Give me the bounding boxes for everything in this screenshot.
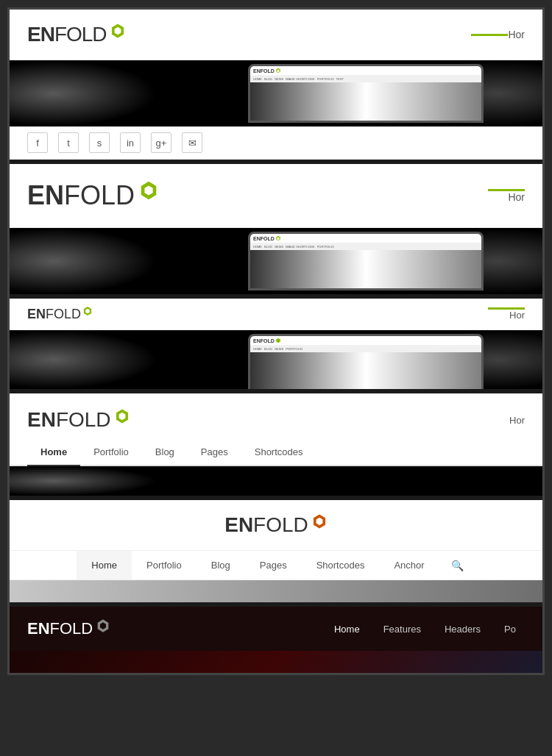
dark-hero-area [10, 651, 542, 673]
nav-portfolio[interactable]: Portfolio [132, 551, 197, 580]
social-googleplus[interactable]: g+ [151, 132, 171, 153]
social-email[interactable]: ✉ [182, 132, 202, 153]
full-navigation: Home Portfolio Blog Pages Shortcodes Anc… [10, 550, 542, 580]
hero-blur-left-2 [10, 228, 157, 294]
dark-navigation: Home Features Headers Po [325, 619, 525, 639]
logo-3: EN FOLD [27, 306, 93, 322]
logo-5: EN FOLD [224, 513, 328, 537]
logo-hex-icon-3 [82, 306, 93, 316]
section6-header: EN FOLD Home Features Headers Po [10, 607, 542, 651]
section5-header: EN FOLD [10, 500, 542, 550]
dark-nav-po[interactable]: Po [495, 619, 525, 639]
nav-home[interactable]: Home [77, 551, 132, 580]
hero-area-3: EN FOLD HOME BLOG NEWS PORTFOLIO [10, 330, 542, 389]
section3-header: EN FOLD Hor [10, 299, 542, 330]
nav-hint-1: Hor [508, 29, 525, 40]
tab-shortcodes[interactable]: Shortcodes [241, 439, 316, 466]
nav-pages[interactable]: Pages [245, 551, 302, 580]
logo-en-5: EN [224, 513, 253, 537]
tab-blog[interactable]: Blog [142, 439, 188, 466]
nav-blog[interactable]: Blog [197, 551, 245, 580]
nav-shortcodes[interactable]: Shortcodes [302, 551, 380, 580]
laptop-mockup-1: EN FOLD HOME BLOG NEWS IMAGE SHORTCODE P… [248, 64, 484, 123]
logo-hex-icon-1 [110, 23, 126, 39]
hero-blur-left-1 [10, 60, 157, 126]
nav-search-icon[interactable]: 🔍 [439, 552, 475, 579]
dark-nav-headers[interactable]: Headers [436, 619, 489, 639]
nav-hint-2: Hor [508, 191, 525, 203]
dark-nav-home[interactable]: Home [325, 619, 369, 639]
logo-6: EN FOLD [27, 618, 110, 639]
logo-en-6: EN [27, 619, 50, 638]
logo-fold-2: FOLD [64, 180, 135, 211]
nav-hint-4: Hor [509, 415, 525, 426]
logo-fold-4: FOLD [56, 408, 111, 432]
svg-marker-10 [276, 338, 280, 343]
hero-area-5 [10, 580, 542, 602]
logo-hex-icon-4 [114, 408, 130, 424]
hero-blur-4 [10, 466, 157, 496]
social-linkedin[interactable]: in [120, 132, 141, 153]
social-facebook[interactable]: f [27, 132, 48, 153]
logo-4: EN FOLD [27, 408, 130, 432]
hero-area-1: EN FOLD HOME BLOG NEWS IMAGE SHORTCODE P… [10, 60, 542, 126]
section1-header: EN FOLD Hor [10, 10, 542, 60]
nav-hint-3: Hor [509, 310, 525, 321]
logo-hex-icon-5 [311, 513, 328, 529]
logo-hex-icon-2 [138, 180, 159, 201]
laptop-mockup-2: EN FOLD HOME BLOG NEWS IMAGE SHORTCODE P… [248, 232, 484, 290]
social-twitter[interactable]: t [58, 132, 79, 153]
green-accent-1 [471, 34, 508, 36]
logo-en-1: EN [27, 23, 54, 46]
logo-fold-5: FOLD [253, 513, 308, 537]
logo-en-2: EN [27, 180, 64, 211]
logo-en-3: EN [27, 307, 46, 322]
social-bar: f t s in g+ ✉ [10, 126, 542, 160]
tab-home[interactable]: Home [27, 439, 80, 466]
hero-area-4 [10, 466, 542, 496]
tab-portfolio[interactable]: Portfolio [80, 439, 142, 466]
logo-fold-3: FOLD [46, 307, 81, 322]
tab-pages[interactable]: Pages [188, 439, 241, 466]
laptop-mockup-3: EN FOLD HOME BLOG NEWS PORTFOLIO [248, 334, 484, 389]
nav-anchor[interactable]: Anchor [379, 551, 439, 580]
hero-area-2: EN FOLD HOME BLOG NEWS IMAGE SHORTCODE P… [10, 228, 542, 294]
logo-fold-6: FOLD [50, 619, 93, 638]
tab-navigation: Home Portfolio Blog Pages Shortcodes [10, 439, 542, 466]
logo-1: EN FOLD [27, 23, 126, 46]
social-skype[interactable]: s [89, 132, 110, 153]
logo-hex-icon-6 [96, 618, 110, 633]
dark-nav-features[interactable]: Features [375, 619, 430, 639]
hero-blur-left-3 [10, 330, 157, 389]
section2-header: EN FOLD Hor [10, 164, 542, 228]
logo-2: EN FOLD [27, 180, 159, 211]
logo-fold-1: FOLD [54, 23, 107, 46]
section4-header: EN FOLD Hor [10, 393, 542, 439]
logo-en-4: EN [27, 408, 56, 432]
